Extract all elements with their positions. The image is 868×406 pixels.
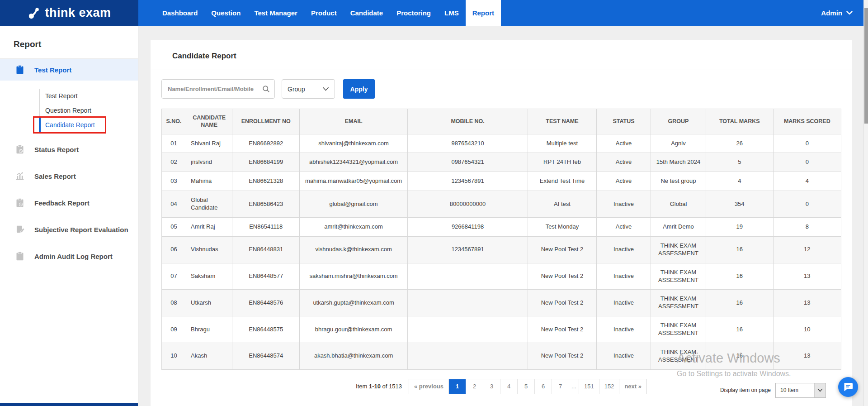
sidebar-item-label: Subjective Report Evaluation [34,226,128,234]
cell-status: Inactive [596,343,651,369]
cell-enrollment-no: EN86684199 [232,153,300,172]
page-button-152[interactable]: 152 [599,379,619,394]
music-note-icon [27,6,41,20]
item-count: Item 1-10 of 1513 [356,383,402,390]
sidebar-subitem-question-report[interactable]: Question Report [39,103,138,118]
nav-item-lms[interactable]: LMS [438,0,466,26]
cell-group: THINK EXAM ASSESSMENT [651,316,706,343]
cell-mobile-no: 9876543210 [408,134,528,153]
page-button-6[interactable]: 6 [534,379,552,394]
bar-chart-icon [15,172,24,181]
cell-total-marks: 19 [706,217,773,236]
cell-s-no: 10 [162,343,186,369]
sidebar-item-feedback-report[interactable]: Feedback Report [0,192,138,214]
cell-total-marks: 16 [706,290,773,316]
cell-enrollment-no: EN86621328 [232,172,300,191]
nav-item-candidate[interactable]: Candidate [344,0,390,26]
cell-marks-scored: 4 [773,172,841,191]
cell-mobile-no: 9266841198 [408,217,528,236]
cell-group: THINK EXAM ASSESSMENT [651,343,706,369]
main-nav: DashboardQuestionTest ManagerProductCand… [156,0,501,26]
cell-test-name: New Pool Test 2 [528,290,597,316]
cell-test-name: New Pool Test 2 [528,316,597,343]
brand-logo[interactable]: think exam [0,0,138,26]
sidebar-subnav: Test ReportQuestion ReportCandidate Repo… [39,89,138,132]
main-area: Candidate Report Group Apply [138,26,868,406]
cell-total-marks: 16 [706,343,773,369]
page-button-151[interactable]: 151 [579,379,599,394]
page-button-7[interactable]: 7 [552,379,569,394]
nav-item-dashboard[interactable]: Dashboard [156,0,204,26]
column-header-status: STATUS [596,109,651,134]
column-header-group: GROUP [651,109,706,134]
page-button-5[interactable]: 5 [517,379,534,394]
subitem-label: Question Report [45,107,91,114]
cell-enrollment-no: EN86448831 [232,236,300,263]
page-button-1[interactable]: 1 [448,379,466,394]
sidebar-subitem-test-report[interactable]: Test Report [39,89,138,103]
cell-email: vishnudas.k@thinkexam.com [300,236,408,263]
cell-enrollment-no: EN86448576 [232,290,300,316]
chat-bubble-icon[interactable] [838,377,858,397]
group-select[interactable]: Group [282,79,335,99]
subitem-label: Candidate Report [45,121,95,129]
column-header-total-marks: TOTAL MARKS [706,109,773,134]
page-button-4[interactable]: 4 [500,379,517,394]
cell-mobile-no [408,316,528,343]
subitem-label: Test Report [45,92,78,100]
clipboard-clock-icon [15,198,24,207]
next-page-button[interactable]: next » [619,379,646,394]
nav-item-proctoring[interactable]: Proctoring [390,0,438,26]
vertical-scrollbar[interactable] [863,0,868,406]
cell-status: Active [596,217,651,236]
cell-marks-scored: 12 [773,236,841,263]
cell-mobile-no [408,290,528,316]
nav-item-report[interactable]: Report [466,0,501,26]
cell-email: utkarsh.gupta@thinkexam.com [300,290,408,316]
cell-enrollment-no: EN86448577 [232,263,300,290]
cell-email: bhragu.gour@thinkexam.com [300,316,408,343]
sidebar-item-sales-report[interactable]: Sales Report [0,165,138,187]
sidebar-item-test-report-section[interactable]: Test Report [0,59,138,81]
sidebar: Report Test Report Test ReportQuestion R… [0,26,138,406]
sidebar-item-status-report[interactable]: Status Report [0,139,138,160]
cell-enrollment-no: EN86586423 [232,191,300,218]
nav-item-product[interactable]: Product [304,0,344,26]
scrollbar-thumb[interactable] [864,8,868,124]
cell-email: akash.bhatia@thinkexam.com [300,343,408,369]
card-header: Candidate Report [151,40,852,70]
sidebar-subitem-candidate-report[interactable]: Candidate Report [39,118,138,132]
cell-marks-scored: 0 [773,153,841,172]
table-row: 08UtkarshEN86448576utkarsh.gupta@thinkex… [162,290,841,316]
prev-page-button[interactable]: « previous [409,379,448,394]
cell-enrollment-no: EN86448575 [232,316,300,343]
nav-item-test-manager[interactable]: Test Manager [247,0,304,26]
cell-group: Global [651,191,706,218]
top-navbar: think exam DashboardQuestionTest Manager… [0,0,868,26]
search-icon[interactable] [262,85,270,93]
search-input[interactable] [168,86,262,92]
cell-status: Active [596,172,651,191]
cell-mobile-no: 0987654321 [408,153,528,172]
page-button-3[interactable]: 3 [483,379,500,394]
chevron-down-icon [322,87,329,91]
cell-candidate-name: Global Candidate [186,191,232,218]
apply-button[interactable]: Apply [343,79,375,99]
sidebar-item-label: Sales Report [34,172,76,180]
cell-test-name: AI test [528,191,597,218]
page-button-2[interactable]: 2 [466,379,483,394]
page-size-select[interactable]: 10 Item [775,383,826,398]
clipboard-list-icon [15,65,24,74]
admin-user-menu[interactable]: Admin [821,0,853,26]
table-row: 07SakshamEN86448577saksham.mishra@thinke… [162,263,841,290]
nav-item-question[interactable]: Question [204,0,247,26]
cell-status: Inactive [596,316,651,343]
search-box [161,79,275,99]
cell-status: Inactive [596,236,651,263]
sidebar-item-subjective-report-evaluation[interactable]: Subjective Report Evaluation [0,219,138,240]
cell-test-name: Extend Test Time [528,172,597,191]
cell-test-name: New Pool Test 2 [528,263,597,290]
sidebar-item-admin-audit-log-report[interactable]: Admin Audit Log Report [0,245,138,267]
cell-s-no: 04 [162,191,186,218]
cell-group: THINK EXAM ASSESSMENT [651,263,706,290]
